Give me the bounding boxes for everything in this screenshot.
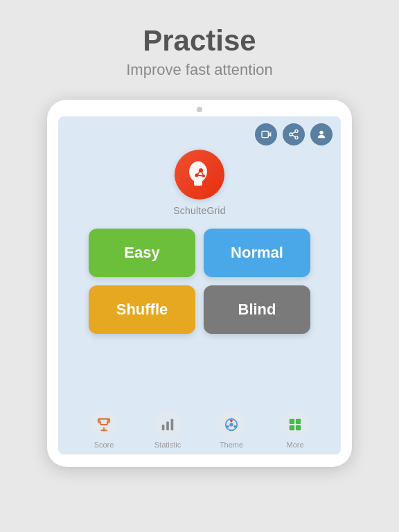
svg-line-12 <box>197 175 204 176</box>
score-label: Score <box>94 441 114 449</box>
nav-score[interactable]: Score <box>90 411 118 449</box>
svg-rect-14 <box>166 422 169 431</box>
score-icon <box>90 411 118 438</box>
tablet-screen: SchulteGrid Easy Normal Shuffle Blind Sc… <box>58 116 341 454</box>
svg-point-4 <box>319 131 323 134</box>
blind-button[interactable]: Blind <box>204 285 310 334</box>
app-logo-area: SchulteGrid <box>173 150 225 216</box>
nav-more[interactable]: More <box>281 411 309 449</box>
svg-rect-15 <box>171 419 174 431</box>
svg-rect-24 <box>296 425 301 430</box>
normal-button[interactable]: Normal <box>204 229 310 277</box>
svg-point-20 <box>229 423 233 427</box>
screen-record-button[interactable] <box>255 123 277 145</box>
nav-statistic[interactable]: Statistic <box>154 411 181 449</box>
sub-title: Improve fast attention <box>126 61 273 79</box>
statistic-label: Statistic <box>154 441 181 449</box>
main-title: Practise <box>126 25 273 57</box>
svg-point-5 <box>189 161 207 182</box>
top-icons <box>255 123 332 145</box>
tablet-camera <box>197 107 202 112</box>
theme-icon <box>218 411 245 438</box>
share-button[interactable] <box>283 123 305 145</box>
game-mode-grid: Easy Normal Shuffle Blind <box>89 229 310 334</box>
svg-rect-23 <box>290 425 294 430</box>
statistic-icon <box>154 411 181 438</box>
tablet-frame: SchulteGrid Easy Normal Shuffle Blind Sc… <box>47 100 352 467</box>
svg-rect-21 <box>290 419 294 424</box>
svg-rect-6 <box>194 180 202 186</box>
shuffle-button[interactable]: Shuffle <box>89 285 195 334</box>
profile-button[interactable] <box>310 123 332 145</box>
svg-marker-1 <box>269 132 272 137</box>
easy-button[interactable]: Easy <box>89 229 195 277</box>
app-logo <box>175 150 224 200</box>
svg-rect-0 <box>262 132 268 138</box>
nav-theme[interactable]: Theme <box>218 411 245 449</box>
svg-line-3 <box>292 132 296 134</box>
svg-rect-13 <box>162 425 165 430</box>
svg-point-17 <box>230 420 233 423</box>
bottom-nav: Score Statistic <box>58 411 341 449</box>
more-icon <box>281 411 309 438</box>
svg-rect-22 <box>296 419 301 424</box>
theme-label: Theme <box>220 441 243 449</box>
app-name: SchulteGrid <box>173 205 225 216</box>
svg-point-19 <box>227 425 229 428</box>
svg-point-18 <box>233 425 236 428</box>
svg-line-2 <box>292 135 296 137</box>
more-label: More <box>286 441 303 449</box>
